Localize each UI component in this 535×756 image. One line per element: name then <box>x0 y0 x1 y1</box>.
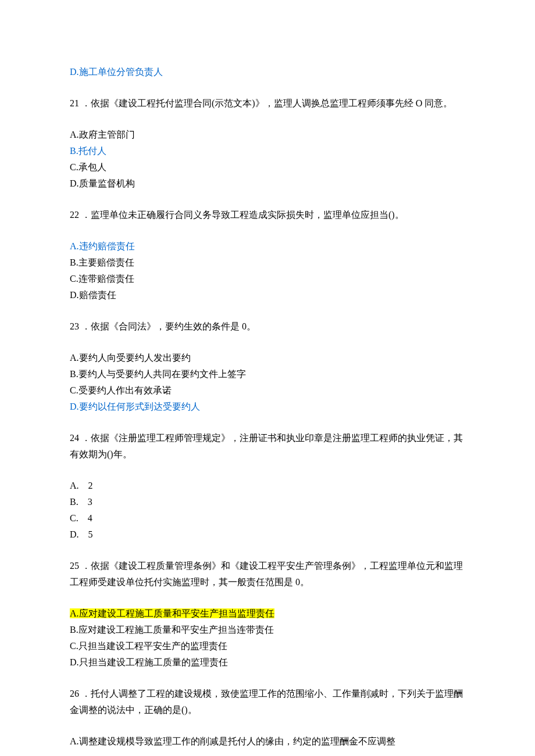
option-d: D.赔偿责任 <box>70 287 465 303</box>
question-stem: 25 ．依据《建设工程质量管理条例》和《建设工程平安生产管理条例》，工程监理单位… <box>70 558 465 590</box>
option-a: A.违约赔偿责任 <box>70 238 465 255</box>
option-a: A.应对建设工程施工质量和平安生产担当监理责任 <box>70 605 465 622</box>
question-stem: 21 ．依据《建设工程托付监理合同(示范文本)》，监理人调换总监理工程师须事先经… <box>70 95 465 112</box>
option-c: C.连带赔偿责任 <box>70 271 465 287</box>
question-stem: 23 ．依据《合同法》，要约生效的条件是 0。 <box>70 318 465 335</box>
option-c: C.受要约人作出有效承诺 <box>70 382 465 399</box>
option-c: C. 4 <box>70 510 465 526</box>
option-c: C.承包人 <box>70 159 465 175</box>
option-a: A.政府主管部门 <box>70 127 465 143</box>
option-d: D.要约以任何形式到达受要约人 <box>70 399 465 415</box>
option-b: B.主要赔偿责任 <box>70 255 465 271</box>
option-b: B.应对建设工程施工质量和平安生产担当连带责任 <box>70 622 465 638</box>
option-d: D.施工单位分管负责人 <box>70 64 465 80</box>
question-stem: 24 ．依据《注册监理工程师管理规定》，注册证书和执业印章是注册监理工程师的执业… <box>70 430 465 463</box>
question-stem: 22 ．监理单位未正确履行合同义务导致工程造成实际损失时，监理单位应担当()。 <box>70 207 465 223</box>
option-a: A. 2 <box>70 478 465 494</box>
document-page: D.施工单位分管负责人 21 ．依据《建设工程托付监理合同(示范文本)》，监理人… <box>0 0 535 756</box>
option-d: D.只担当建设工程施工质量的监理责任 <box>70 654 465 671</box>
option-b: B. 3 <box>70 494 465 510</box>
question-stem: 26 ．托付人调整了工程的建设规模，致使监理工作的范围缩小、工作量削减时，下列关… <box>70 686 465 718</box>
option-b: B.要约人与受要约人共同在要约文件上签字 <box>70 366 465 382</box>
option-d: D.质量监督机构 <box>70 175 465 192</box>
option-c: C.只担当建设工程平安生产的监理责任 <box>70 638 465 654</box>
option-a: A.要约人向受要约人发出要约 <box>70 350 465 366</box>
highlight: A.应对建设工程施工质量和平安生产担当监理责任 <box>70 608 274 618</box>
option-b: B.托付人 <box>70 143 465 159</box>
option-a: A.调整建设规模导致监理工作的削减是托付人的缘由，约定的监理酬金不应调整 <box>70 733 465 750</box>
option-d: D. 5 <box>70 526 465 543</box>
